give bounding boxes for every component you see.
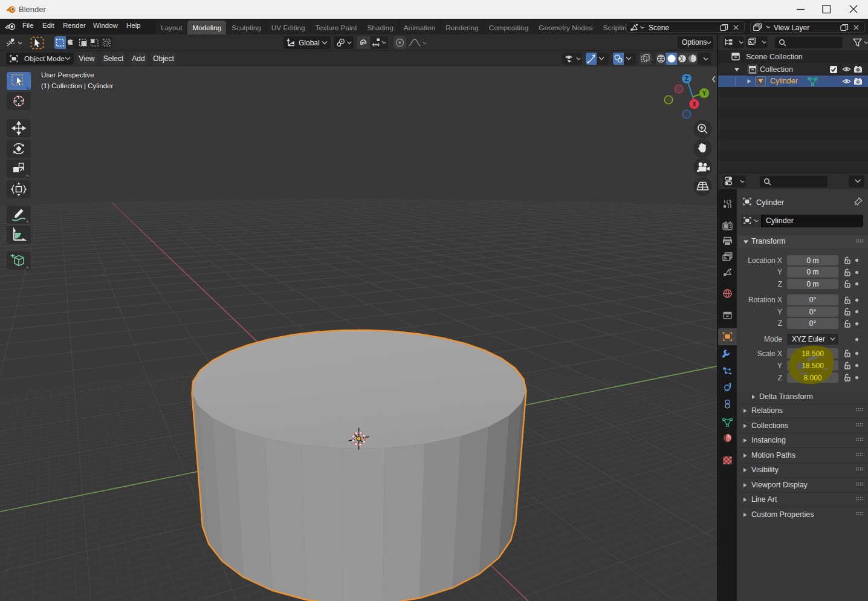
svg-text:X: X bbox=[692, 101, 696, 108]
svg-text:Y: Y bbox=[702, 90, 707, 97]
svg-text:Z: Z bbox=[685, 76, 688, 82]
